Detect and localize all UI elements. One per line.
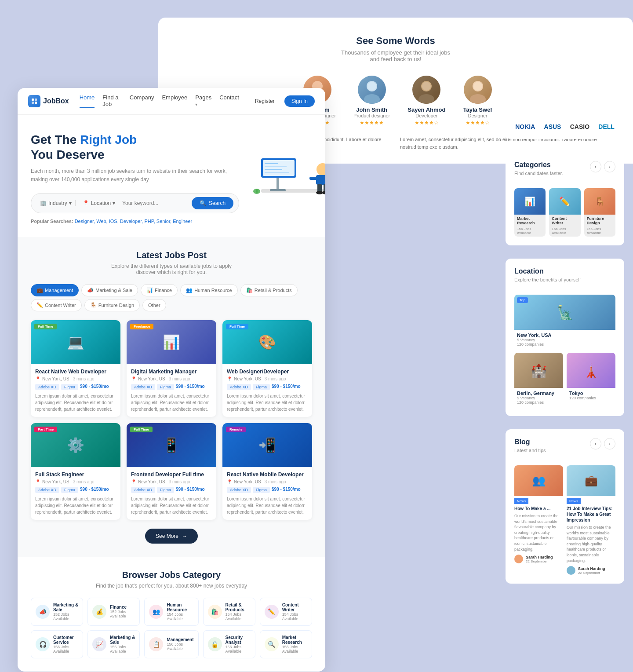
browse-market-research-name: Market Research — [282, 635, 307, 645]
browse-content[interactable]: ✏️ Content Writer 154 Jobs Available — [260, 598, 312, 626]
nav-contact[interactable]: Contact — [219, 94, 239, 108]
categories-prev-btn[interactable]: ‹ — [590, 161, 601, 172]
job-card-3[interactable]: Full Time 🎨 Web Designer/Developer 📍 New… — [222, 320, 312, 417]
popular-ios[interactable]: IOS, — [109, 219, 119, 224]
keyword-input[interactable] — [122, 200, 188, 206]
category-card-content[interactable]: ✏️ Content Writer 156 Jobs Available — [549, 188, 580, 237]
nav-employee[interactable]: Employee — [162, 94, 187, 108]
industry-chevron-icon: ▾ — [69, 200, 72, 206]
job-4-location: 📍 New York, US 3 mins ago — [35, 479, 116, 484]
blog-2-author-avatar — [567, 566, 575, 575]
job-4-tags: Adobe XD Figma $90 - $150/mo — [35, 487, 116, 493]
industry-label: Industry — [48, 200, 67, 206]
berlin-companies: 120 companies — [517, 400, 560, 405]
furniture-icon: 🪑 — [90, 302, 97, 308]
svg-rect-17 — [276, 176, 279, 190]
tab-furniture-label: Furniture Design — [98, 303, 134, 308]
nav-company[interactable]: Company — [130, 94, 154, 108]
category-card-market[interactable]: 📊 Market Research 156 Jobs Available — [514, 188, 546, 237]
job-card-1[interactable]: Full Time 💻 React Native Web Developer 📍… — [31, 320, 120, 417]
browse-finance-icon: 💰 — [92, 605, 106, 619]
location-nyc[interactable]: 🗽 Top New York, USA 5 Vacancy 120 compan… — [514, 295, 615, 349]
popular-web[interactable]: Web, — [96, 219, 107, 224]
svg-point-5 — [367, 82, 376, 91]
job-5-desc: Lorem ipsum dolor sit amet, consectetur … — [131, 496, 212, 515]
job-card-5[interactable]: Full Time 📱 Frontend Developer Full time… — [127, 423, 216, 520]
testimonial-person-4: Tayla Swef Designer ★★★★☆ — [463, 76, 492, 127]
browse-category-section: Browser Jobs Category Find the job that'… — [18, 557, 325, 672]
job-card-6[interactable]: Remote 📲 React Native Mobile Developer 📍… — [222, 423, 312, 520]
tab-management[interactable]: 💼 Management — [31, 284, 79, 296]
testimonial-person-2: John Smith Product designer ★★★★★ — [353, 76, 390, 127]
job-6-body: React Native Mobile Developer 📍 New York… — [222, 467, 312, 520]
browse-marketing2[interactable]: 📈 Marketing & Sale 156 Jobs Available — [87, 630, 140, 658]
location-panel: Location Explore the benefits of yoursel… — [506, 259, 624, 416]
categories-next-btn[interactable]: › — [604, 161, 615, 172]
role-sayen-ahmod: Developer — [407, 113, 445, 118]
job-5-location: 📍 New York, US 3 mins ago — [131, 479, 212, 484]
nav-pages[interactable]: Pages ▾ — [195, 94, 211, 108]
browse-customer[interactable]: 🎧 Customer Service 156 Jobs Available — [31, 630, 83, 658]
tab-marketing-sale[interactable]: 📣 Marketing & Sale — [81, 284, 138, 296]
industry-selector[interactable]: 🏢 Industry ▾ — [36, 200, 76, 206]
hero-title-regular: Get The — [31, 133, 80, 146]
nav-home[interactable]: Home — [80, 94, 95, 108]
blog-card-2[interactable]: 💼 News 21 Job Interview Tips: How To Mak… — [567, 465, 615, 575]
tab-human-resource[interactable]: 👥 Human Resource — [180, 284, 238, 296]
register-button[interactable]: Register — [250, 95, 280, 107]
job-2-desc: Lorem ipsum dolor sit amet, consectetur … — [131, 393, 212, 413]
job-card-2[interactable]: Freelance 📊 Digital Marketing Manager 📍 … — [127, 320, 216, 417]
browse-content-icon: ✏️ — [265, 605, 279, 619]
browse-retail[interactable]: 🛍️ Retail & Products 154 Jobs Available — [203, 598, 255, 626]
categories-header: Categories Find candidates faster. ‹ › — [514, 161, 615, 182]
hero-illustration — [248, 143, 325, 213]
browse-hr[interactable]: 👥 Human Resource 154 Jobs Available — [144, 598, 198, 626]
stars-sayen-ahmod: ★★★★☆ — [407, 120, 445, 126]
browse-hr-icon: 👥 — [149, 605, 163, 619]
berlin-vacancy: 5 Vacancy — [517, 396, 560, 400]
see-more-button[interactable]: See More → — [145, 529, 198, 544]
browse-security[interactable]: 🔒 Security Analyst 156 Jobs Available — [203, 630, 255, 658]
tab-retail[interactable]: 🛍️ Retail & Products — [240, 284, 298, 296]
tab-furniture[interactable]: 🪑 Furniture Design — [84, 299, 140, 311]
tab-content-label: Content Writer — [45, 303, 76, 308]
popular-designer[interactable]: Designer, — [75, 219, 95, 224]
browse-hr-name: Human Resource — [167, 603, 193, 612]
browse-customer-name: Customer Service — [53, 635, 78, 645]
location-tokyo[interactable]: 🗼 Tokyo 120 companies — [567, 353, 615, 407]
job-2-location: 📍 New York, US 3 mins ago — [131, 376, 212, 381]
search-button[interactable]: 🔍 Search — [192, 197, 233, 209]
job-4-salary: $90 - $150/mo — [80, 487, 109, 493]
hr-icon: 👥 — [186, 287, 193, 293]
browse-market-research[interactable]: 🔍 Market Research 156 Jobs Available — [260, 630, 312, 658]
browse-marketing-sale[interactable]: 📣 Marketing & Sale 152 Jobs Available — [31, 598, 83, 626]
tab-content-writer[interactable]: ✏️ Content Writer — [31, 299, 82, 311]
main-card: JobBox Home Find a Job Company Employee … — [18, 88, 325, 672]
browse-finance-name: Finance — [110, 605, 135, 610]
blog-2-desc: Our mission to create the world's most s… — [567, 525, 615, 563]
popular-developer[interactable]: Developer, — [120, 219, 143, 224]
signin-button[interactable]: Sign In — [284, 95, 315, 107]
location-selector[interactable]: 📍 Location ▾ — [79, 200, 119, 206]
browse-finance[interactable]: 💰 Finance 152 Jobs Available — [87, 598, 140, 626]
popular-php[interactable]: PHP, — [144, 219, 155, 224]
job-card-4[interactable]: Part Time ⚙️ Full Stack Engineer 📍 New Y… — [31, 423, 120, 520]
blog-next-btn[interactable]: › — [604, 438, 615, 449]
blog-2-tag: News — [567, 498, 581, 504]
blog-1-author: Sarah Harding 22 September — [514, 555, 563, 563]
tab-other[interactable]: Other — [142, 299, 166, 311]
nav-find-job[interactable]: Find a Job — [102, 94, 121, 108]
browse-management[interactable]: 📋 Management 156 Jobs Available — [144, 630, 198, 658]
blog-prev-btn[interactable]: ‹ — [590, 438, 601, 449]
hero-illus-svg — [252, 145, 325, 211]
tab-finance[interactable]: 📊 Finance — [141, 284, 178, 296]
browse-security-name: Security Analyst — [226, 635, 251, 645]
job-5-body: Frontend Developer Full time 📍 New York,… — [127, 467, 216, 520]
popular-engineer[interactable]: Engineer — [173, 219, 192, 224]
blog-card-1[interactable]: 👥 News How To Make a ... Our mission to … — [514, 465, 563, 575]
location-berlin[interactable]: 🏰 Berlin, Germany 5 Vacancy 120 companie… — [514, 353, 563, 407]
category-card-furniture[interactable]: 🪑 Furniture Design 156 Jobs Available — [584, 188, 615, 237]
industry-icon: 🏢 — [40, 200, 47, 206]
blog-1-author-date: 22 September — [526, 559, 553, 563]
popular-senior[interactable]: Senior, — [156, 219, 171, 224]
